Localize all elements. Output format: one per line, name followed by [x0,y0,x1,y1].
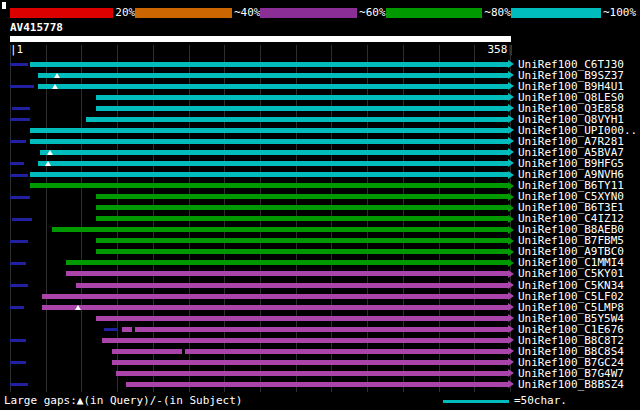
low-score-segment [10,383,28,386]
alignment-bar[interactable] [96,95,508,100]
alignment-bar[interactable] [112,360,508,365]
alignment-bar[interactable] [126,382,508,387]
arrowhead-icon [508,347,514,355]
ruler-legend-text: =50char. [514,395,567,406]
low-score-segment [10,196,30,199]
arrowhead-icon [508,248,514,256]
query-gap-marker-icon [47,150,53,155]
hit-label[interactable]: UniRef100_C5LMP8 [518,302,624,313]
subject-gap-marker [132,327,135,332]
low-score-segment [10,118,30,121]
low-score-segment [12,107,30,110]
low-score-segment [104,328,118,331]
alignment-bar[interactable] [122,327,508,332]
scale-segment: ~100% [511,8,636,18]
arrowhead-icon [508,193,514,201]
query-gap-marker-icon [54,73,60,78]
alignment-bar[interactable] [96,249,508,254]
ruler-legend-line [443,400,509,403]
alignment-bar[interactable] [30,139,508,144]
low-score-segment [12,218,32,221]
arrowhead-icon [508,148,514,156]
arrowhead-icon [508,104,514,112]
low-score-segment [10,140,26,143]
hit-label[interactable]: UniRef100_B9H4U1 [518,81,624,92]
arrowhead-icon [508,237,514,245]
alignment-bar[interactable] [96,205,508,210]
arrowhead-icon [508,369,514,377]
alignment-overview-screen: 20%~40%~60%~80%~100% AV415778 |1 358| Un… [0,0,640,410]
low-score-segment [10,361,26,364]
alignment-bar[interactable] [66,260,508,265]
alignment-bar[interactable] [116,371,508,376]
hit-label[interactable]: UniRef100_C5KY01 [518,268,624,279]
arrowhead-icon [508,204,514,212]
alignment-bar[interactable] [30,128,508,133]
arrowhead-icon [508,270,514,278]
query-name: AV415778 [10,21,63,34]
scale-segment: ~60% [260,8,385,18]
arrowhead-icon [508,126,514,134]
query-gap-marker-icon [52,84,58,89]
alignment-bar[interactable] [66,271,508,276]
alignment-bar[interactable] [40,150,508,155]
hit-label[interactable]: UniRef100_Q8LES0 [518,92,624,103]
low-score-segment [10,284,28,287]
query-gap-marker-icon [45,161,51,166]
identity-scale-bar: 20%~40%~60%~80%~100% [10,8,636,18]
alignment-bar[interactable] [86,117,508,122]
arrowhead-icon [508,292,514,300]
scale-segment-label: ~100% [601,8,636,18]
alignment-bar[interactable] [30,183,508,188]
alignment-bar[interactable] [96,216,508,221]
arrowhead-icon [508,336,514,344]
alignment-bar[interactable] [42,305,508,310]
low-score-segment [10,63,28,66]
alignment-bar[interactable] [96,194,508,199]
subject-gap-marker [182,349,185,354]
hit-label[interactable]: UniRef100_C6TJ30 [518,59,624,70]
scale-segment-label: ~80% [482,8,511,18]
arrowhead-icon [508,325,514,333]
arrowhead-icon [508,259,514,267]
cursor-artifact [2,2,6,9]
scale-segment: 20% [10,8,135,18]
alignment-bar[interactable] [30,172,508,177]
alignment-bar[interactable] [30,62,508,67]
large-gaps-legend: Large gaps:▲(in Query)/-(in Subject) [4,395,242,406]
alignment-bar[interactable] [96,106,508,111]
alignment-bar[interactable] [52,227,508,232]
alignment-bar[interactable] [38,73,508,78]
alignment-bar[interactable] [96,238,508,243]
arrowhead-icon [508,159,514,167]
alignment-bar[interactable] [42,294,508,299]
alignment-bar[interactable] [76,283,508,288]
scale-segment-label: ~40% [232,8,261,18]
arrowhead-icon [508,303,514,311]
alignment-bar[interactable] [102,338,508,343]
scale-segment-label: 20% [113,8,135,18]
hit-label[interactable]: UniRef100_B9SZ37 [518,70,624,81]
query-bar [10,36,511,42]
hit-label[interactable]: UniRef100_C5KN34 [518,280,624,291]
alignment-bar[interactable] [38,161,508,166]
arrowhead-icon [508,281,514,289]
query-end-coordinate: 358| [0,44,514,55]
low-score-segment [10,85,34,88]
low-score-segment [10,306,24,309]
hit-label[interactable]: UniRef100_C5LF02 [518,291,624,302]
alignment-bar[interactable] [38,84,508,89]
query-gap-marker-icon [75,305,81,310]
low-score-segment [10,240,28,243]
arrowhead-icon [508,358,514,366]
gridline [81,45,82,392]
arrowhead-icon [508,314,514,322]
low-score-segment [10,174,28,177]
alignment-bar[interactable] [96,316,508,321]
alignment-bar[interactable] [112,349,508,354]
hit-label[interactable]: UniRef100_B5Y5W4 [518,313,624,324]
hit-label[interactable]: UniRef100_B8BSZ4 [518,379,624,390]
arrowhead-icon [508,60,514,68]
arrowhead-icon [508,82,514,90]
arrowhead-icon [508,182,514,190]
